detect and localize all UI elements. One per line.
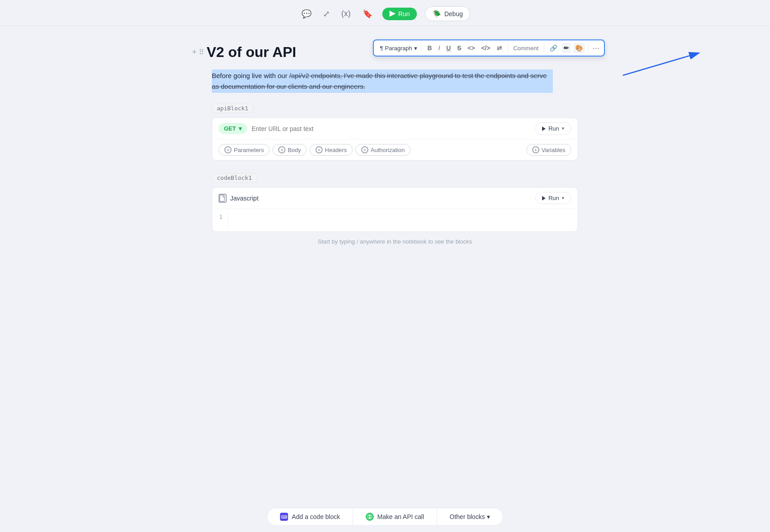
drag-handle-icon[interactable]: ⠿ — [199, 48, 203, 57]
main-content: + ⠿ V2 of our API ¶ Paragraph ▾ B I U S … — [183, 26, 587, 326]
run-play-icon — [542, 126, 546, 131]
bookmark-icon[interactable]: 🔖 — [361, 7, 374, 21]
code-block-header: Javascript Run ▾ — [212, 188, 578, 209]
other-blocks-button[interactable]: Other blocks ▾ — [437, 508, 503, 525]
blue-arrow-annotation — [623, 48, 722, 111]
code-body: 1 — [212, 209, 578, 231]
separator3 — [588, 44, 589, 52]
tab-body[interactable]: + Body — [272, 144, 307, 156]
other-blocks-label: Other blocks — [450, 513, 485, 520]
tab-variables[interactable]: + Variables — [526, 144, 571, 156]
method-label: GET — [224, 125, 236, 132]
tab-headers-label: Headers — [325, 147, 347, 153]
plus-circle-icon-auth: + — [361, 146, 368, 153]
run-label: Run — [398, 10, 410, 17]
api-run-button[interactable]: Run ▾ — [535, 122, 571, 135]
swap-icon[interactable]: ⇄ — [495, 43, 504, 53]
underline-icon[interactable]: U — [445, 43, 453, 53]
api-block-bottom: + Parameters + Body + Headers + Authoriz… — [212, 140, 578, 160]
debug-button[interactable]: 🪲 Debug — [425, 6, 470, 21]
code-block: Javascript Run ▾ 1 — [212, 187, 578, 232]
svg-rect-2 — [220, 195, 224, 201]
make-api-label: Make an API call — [377, 513, 424, 520]
more-options-icon[interactable]: ⋯ — [592, 44, 599, 52]
italic-icon[interactable]: I — [437, 43, 442, 53]
separator2 — [544, 44, 544, 52]
api-block: GET ▾ Run ▾ + Parameters + — [212, 118, 578, 161]
debug-icon: 🪲 — [433, 9, 442, 18]
make-api-call-button[interactable]: Make an API call — [353, 508, 437, 525]
code-block-sq-icon: ⌨ — [280, 513, 288, 521]
floating-toolbar: ¶ Paragraph ▾ B I U S <> </> ⇄ Comment 🔗… — [373, 39, 605, 57]
method-chevron: ▾ — [239, 125, 242, 132]
title-left-icons: + ⠿ — [192, 44, 203, 57]
plus-circle-icon-body: + — [278, 146, 285, 153]
play-icon — [389, 11, 396, 17]
code-run-button[interactable]: Run ▾ — [535, 192, 571, 204]
code-block-icon[interactable]: </> — [479, 43, 492, 53]
bold-icon[interactable]: B — [426, 43, 434, 53]
tab-headers[interactable]: + Headers — [310, 144, 353, 156]
title-row: + ⠿ V2 of our API ¶ Paragraph ▾ B I U S … — [192, 44, 578, 61]
variable-icon[interactable]: (x) — [340, 7, 353, 20]
link-icon[interactable]: 🔗 — [548, 43, 559, 53]
tab-parameters-label: Parameters — [234, 147, 264, 153]
file-icon — [219, 194, 227, 203]
api-block-top: GET ▾ Run ▾ — [212, 118, 578, 140]
add-icon[interactable]: + — [192, 48, 197, 57]
run-chevron-icon: ▾ — [562, 126, 564, 131]
plus-circle-icon-headers: + — [315, 146, 323, 153]
tab-authorization-label: Authorization — [371, 147, 405, 153]
palette-icon[interactable]: 🎨 — [573, 43, 585, 53]
separator — [508, 44, 508, 52]
language-label: Javascript — [230, 195, 258, 202]
run-button[interactable]: Run — [382, 8, 417, 20]
line-numbers: 1 — [212, 214, 228, 227]
code-run-label: Run — [548, 195, 559, 201]
chat-icon[interactable]: 💬 — [300, 7, 313, 21]
code-language: Javascript — [219, 194, 258, 203]
svg-line-1 — [623, 53, 699, 75]
plus-circle-icon-vars: + — [532, 146, 539, 153]
api-block-label: apiBlock1 — [212, 104, 253, 113]
paragraph-icon: ¶ — [380, 45, 383, 52]
method-button[interactable]: GET ▾ — [219, 123, 247, 134]
collapse-icon[interactable]: ⤢ — [321, 7, 332, 21]
add-code-label: Add a code block — [292, 513, 340, 520]
body-paragraph: Before going live with our /api/v2 endpo… — [212, 70, 553, 93]
highlight-icon[interactable]: ✏ — [562, 43, 571, 53]
tab-body-label: Body — [288, 147, 301, 153]
paragraph-label: Paragraph — [385, 45, 412, 52]
strikethrough-icon[interactable]: S — [455, 43, 463, 53]
comment-button[interactable]: Comment — [512, 44, 540, 52]
globe-icon — [366, 513, 374, 521]
tab-parameters[interactable]: + Parameters — [219, 144, 270, 156]
inline-code-icon[interactable]: <> — [466, 43, 477, 53]
footer-hint: Start by typing / anywhere in the notebo… — [212, 238, 578, 281]
api-run-label: Run — [548, 125, 559, 132]
top-toolbar: 💬 ⤢ (x) 🔖 Run 🪲 Debug — [0, 0, 770, 26]
add-code-block-button[interactable]: ⌨ Add a code block — [267, 508, 353, 525]
tab-variables-label: Variables — [542, 147, 565, 153]
tab-authorization[interactable]: + Authorization — [355, 144, 411, 156]
line-1: 1 — [219, 214, 223, 220]
code-block-section: codeBlock1 Javascript Ru — [212, 173, 578, 232]
bottom-bar: ⌨ Add a code block Make an API call Othe… — [0, 501, 770, 532]
other-blocks-chevron: ▾ — [487, 513, 490, 520]
plus-circle-icon: + — [224, 146, 232, 153]
code-run-chevron: ▾ — [562, 195, 564, 201]
paragraph-dropdown[interactable]: ¶ Paragraph ▾ — [378, 44, 421, 52]
code-run-play-icon — [542, 196, 546, 201]
strikethrough-text: /api/v2 endpoints, I've made this intera… — [212, 72, 547, 90]
url-input[interactable] — [252, 125, 531, 132]
code-block-label: codeBlock1 — [212, 173, 257, 183]
chevron-down-icon: ▾ — [414, 45, 417, 52]
debug-label: Debug — [444, 10, 463, 17]
code-editor[interactable] — [228, 214, 578, 227]
api-tabs: + Parameters + Body + Headers + Authoriz… — [219, 144, 411, 156]
bottom-actions: ⌨ Add a code block Make an API call Othe… — [267, 508, 503, 526]
